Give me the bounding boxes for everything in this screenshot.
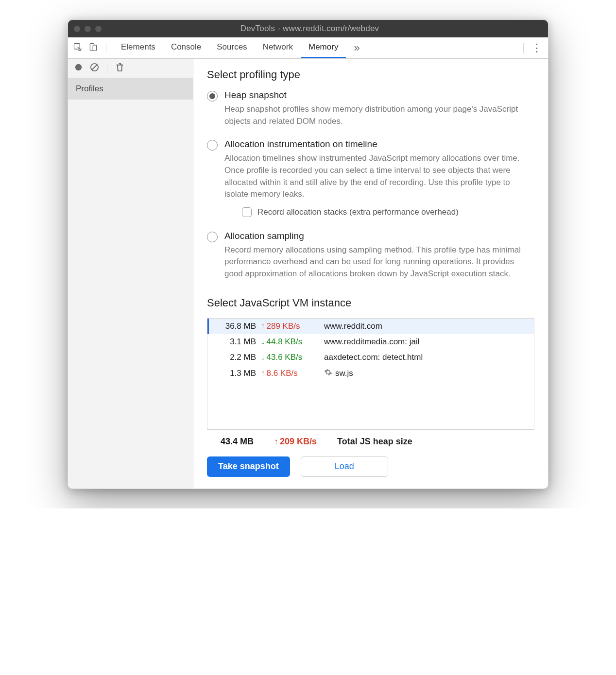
vm-instance-row[interactable]: 1.3 MB↑8.6 KB/ssw.js (207, 365, 534, 382)
device-toolbar-icon[interactable] (88, 42, 98, 54)
profiling-option-description: Heap snapshot profiles show memory distr… (224, 103, 534, 127)
profiling-option[interactable]: Allocation samplingRecord memory allocat… (207, 231, 534, 280)
vm-instance-row[interactable]: 3.1 MB↓44.8 KB/swww.redditmedia.com: jai… (207, 334, 534, 350)
vm-row-name: sw.js (324, 368, 529, 379)
tab-memory[interactable]: Memory (301, 37, 346, 58)
profiling-option-description: Allocation timelines show instrumented J… (224, 152, 534, 201)
checkbox[interactable] (242, 207, 252, 217)
vm-row-rate: 43.6 KB/s (267, 353, 303, 362)
radio-button[interactable] (207, 91, 218, 101)
checkbox-label: Record allocation stacks (extra performa… (257, 207, 459, 217)
close-window-icon[interactable] (74, 26, 80, 32)
vm-instance-row[interactable]: 36.8 MB↑289 KB/swww.reddit.com (207, 319, 534, 334)
toolbar-divider (106, 43, 106, 53)
arrow-up-icon: ↑ (274, 437, 278, 447)
sidebar-item-profiles[interactable]: Profiles (68, 78, 193, 100)
vm-row-rate: 8.6 KB/s (267, 369, 298, 378)
tab-network[interactable]: Network (255, 37, 301, 58)
arrow-up-icon: ↑ (261, 369, 265, 378)
profiling-option[interactable]: Heap snapshotHeap snapshot profiles show… (207, 90, 534, 127)
vm-row-size: 1.3 MB (214, 369, 261, 378)
service-worker-icon (324, 368, 332, 379)
toolbar-divider (523, 43, 524, 53)
inspect-element-icon[interactable] (73, 42, 83, 54)
summary-rate: 209 KB/s (280, 437, 317, 447)
tab-console[interactable]: Console (163, 37, 209, 58)
panel-tabbar: ElementsConsoleSourcesNetworkMemory » ⋮ (68, 37, 548, 59)
tab-elements[interactable]: Elements (113, 37, 163, 58)
vm-row-rate: 289 KB/s (267, 321, 300, 331)
action-buttons: Take snapshot Load (207, 456, 534, 477)
vm-row-size: 36.8 MB (214, 321, 261, 331)
vm-row-name: www.redditmedia.com: jail (324, 337, 529, 347)
panel-body: Profiles Select profiling type Heap snap… (68, 59, 548, 489)
profiling-option[interactable]: Allocation instrumentation on timelineAl… (207, 139, 534, 219)
vm-instance-table: 36.8 MB↑289 KB/swww.reddit.com3.1 MB↓44.… (207, 318, 534, 430)
vm-row-rate: 44.8 KB/s (267, 337, 303, 347)
profiling-option-title: Allocation sampling (224, 231, 534, 241)
sidebar-item-label: Profiles (76, 84, 103, 93)
vm-instance-row[interactable]: 2.2 MB↓43.6 KB/saaxdetect.com: detect.ht… (207, 350, 534, 365)
svg-point-3 (75, 64, 82, 70)
radio-button[interactable] (207, 232, 218, 242)
vm-summary-row: 43.4 MB ↑ 209 KB/s Total JS heap size (207, 430, 534, 454)
profiling-option-description: Record memory allocations using sampling… (224, 244, 534, 280)
sidebar-toolbar (68, 59, 193, 78)
clear-icon[interactable] (90, 63, 99, 74)
profiles-sidebar: Profiles (68, 59, 193, 489)
load-button[interactable]: Load (301, 456, 388, 477)
arrow-down-icon: ↓ (261, 337, 265, 347)
memory-panel-main: Select profiling type Heap snapshotHeap … (193, 59, 548, 489)
vm-row-size: 2.2 MB (214, 353, 261, 362)
toolbar-divider (107, 63, 107, 74)
devtools-window: DevTools - www.reddit.com/r/webdev Eleme… (68, 19, 548, 489)
vm-row-size: 3.1 MB (214, 337, 261, 347)
profiling-option-title: Allocation instrumentation on timeline (224, 139, 534, 150)
window-title: DevTools - www.reddit.com/r/webdev (102, 24, 518, 34)
minimize-window-icon[interactable] (85, 26, 91, 32)
arrow-up-icon: ↑ (261, 321, 265, 331)
vm-section: Select JavaScript VM instance 36.8 MB↑28… (207, 297, 534, 454)
vm-heading: Select JavaScript VM instance (207, 297, 534, 309)
delete-icon[interactable] (115, 63, 124, 74)
profiling-heading: Select profiling type (207, 68, 534, 81)
profiling-option-title: Heap snapshot (224, 90, 534, 101)
window-titlebar: DevTools - www.reddit.com/r/webdev (68, 20, 548, 37)
svg-line-5 (92, 65, 97, 69)
more-tabs-icon[interactable]: » (346, 42, 367, 54)
arrow-down-icon: ↓ (261, 353, 265, 362)
traffic-lights (74, 26, 102, 32)
take-snapshot-button[interactable]: Take snapshot (207, 456, 290, 477)
vm-row-name: www.reddit.com (324, 321, 529, 331)
record-stacks-checkbox-row[interactable]: Record allocation stacks (extra performa… (242, 207, 534, 217)
svg-rect-2 (93, 45, 97, 51)
vm-row-name: aaxdetect.com: detect.html (324, 353, 529, 362)
radio-button[interactable] (207, 140, 218, 151)
summary-label: Total JS heap size (337, 437, 530, 447)
summary-size: 43.4 MB (221, 437, 274, 447)
zoom-window-icon[interactable] (95, 26, 102, 32)
settings-kebab-icon[interactable]: ⋮ (526, 43, 548, 53)
tab-sources[interactable]: Sources (209, 37, 255, 58)
record-icon[interactable] (74, 63, 83, 74)
